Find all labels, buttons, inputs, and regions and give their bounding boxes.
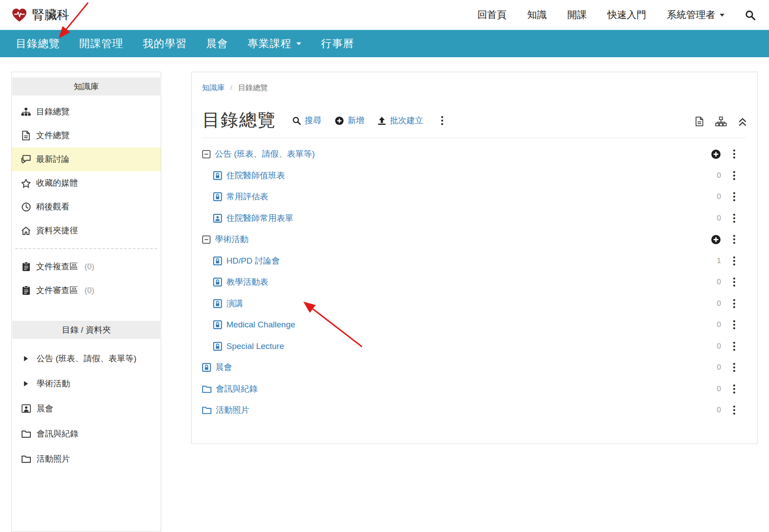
top-nav-knowledge[interactable]: 知識 bbox=[527, 8, 547, 22]
main-navbar: 目錄總覽 開課管理 我的學習 晨會 專業課程 行事曆 bbox=[0, 30, 769, 57]
item-count: 0 bbox=[706, 299, 721, 308]
search-icon bbox=[292, 116, 301, 125]
sidebar-folder-label: 晨會 bbox=[37, 403, 53, 415]
tree-group-link[interactable]: 公告 (班表、請假、表單等) bbox=[215, 148, 315, 160]
locked-item-icon bbox=[213, 192, 222, 201]
tree-group-link[interactable]: 學術活動 bbox=[215, 234, 248, 245]
navbar-morning-meeting[interactable]: 晨會 bbox=[196, 30, 238, 57]
sidebar-folder-academic-activities[interactable]: 學術活動 bbox=[12, 371, 161, 396]
tree-row: 教學活動表 0 bbox=[202, 272, 739, 293]
tree-item-link[interactable]: Medical Challenge bbox=[226, 320, 295, 330]
sidebar-item-document-overview[interactable]: 文件總覽 bbox=[12, 124, 161, 147]
locked-item-icon bbox=[213, 278, 222, 286]
breadcrumb-root-link[interactable]: 知識庫 bbox=[202, 84, 225, 92]
search-button[interactable]: 搜尋 bbox=[292, 115, 322, 126]
row-kebab-menu[interactable] bbox=[730, 341, 739, 351]
row-kebab-menu[interactable] bbox=[730, 299, 739, 308]
title-actions: 搜尋 新增 批次建立 bbox=[292, 115, 446, 130]
row-kebab-menu[interactable] bbox=[730, 171, 739, 180]
item-count: 0 bbox=[706, 320, 721, 329]
tree-item-link[interactable]: 會訊與紀錄 bbox=[216, 383, 258, 395]
item-count: (0) bbox=[85, 262, 94, 272]
collapse-minus-icon[interactable] bbox=[202, 235, 211, 244]
page-title: 目錄總覽 bbox=[202, 110, 276, 130]
brand-title: 腎臟科 bbox=[32, 7, 69, 23]
card-person-icon bbox=[21, 404, 31, 413]
tree-item-link[interactable]: Special Lecture bbox=[226, 341, 284, 351]
tree-view-icon[interactable] bbox=[715, 117, 727, 126]
locked-item-icon bbox=[202, 363, 211, 372]
add-item-button[interactable] bbox=[706, 149, 721, 159]
tree-item-link[interactable]: 常用評估表 bbox=[226, 191, 268, 202]
sidebar-item-watch-later[interactable]: 稍後觀看 bbox=[12, 195, 161, 219]
sidebar-folder-activity-photos[interactable]: 活動照片 bbox=[12, 446, 161, 471]
row-kebab-menu[interactable] bbox=[730, 256, 739, 266]
row-kebab-menu[interactable] bbox=[730, 149, 739, 159]
item-count: 0 bbox=[706, 214, 721, 223]
row-kebab-menu[interactable] bbox=[730, 235, 739, 244]
view-toolbar bbox=[695, 117, 747, 130]
navbar-professional-courses[interactable]: 專業課程 bbox=[238, 30, 311, 57]
sidebar-item-catalog-overview[interactable]: 目錄總覽 bbox=[12, 100, 161, 124]
top-nav-admin-menu[interactable]: 系統管理者 bbox=[667, 8, 725, 22]
folder-icon bbox=[202, 406, 211, 414]
sidebar-item-latest-discussions[interactable]: 最新討論 bbox=[12, 147, 161, 171]
locked-item-icon bbox=[213, 342, 222, 351]
sidebar-section-folders-title: 目錄 / 資料夾 bbox=[12, 321, 160, 339]
tree-item-link[interactable]: 教學活動表 bbox=[226, 276, 268, 288]
sidebar-item-folder-shortcuts[interactable]: 資料夾捷徑 bbox=[12, 219, 161, 242]
item-count: 0 bbox=[706, 406, 721, 415]
sidebar-folder-morning-meeting[interactable]: 晨會 bbox=[12, 396, 161, 421]
navbar-my-learning[interactable]: 我的學習 bbox=[133, 30, 196, 57]
tree-row: 住院醫師值班表 0 bbox=[202, 165, 739, 187]
sidebar-folder-label: 公告 (班表、請假、表單等) bbox=[37, 353, 137, 364]
app-brand[interactable]: 腎臟科 bbox=[11, 7, 69, 23]
locked-item-icon bbox=[213, 320, 222, 329]
collapse-all-icon[interactable] bbox=[739, 118, 747, 126]
search-icon[interactable] bbox=[745, 10, 756, 21]
tree-item-link[interactable]: 晨會 bbox=[215, 362, 232, 373]
tree-item-link[interactable]: 住院醫師值班表 bbox=[226, 170, 285, 181]
navbar-course-management[interactable]: 開課管理 bbox=[70, 30, 133, 57]
item-count: 0 bbox=[706, 171, 721, 180]
sidebar-divider bbox=[15, 248, 157, 249]
folder-icon bbox=[21, 455, 31, 463]
tree-item-link-hdpd[interactable]: HD/PD 討論會 bbox=[226, 255, 280, 267]
tree-item-link[interactable]: 住院醫師常用表單 bbox=[226, 213, 293, 224]
plus-circle-icon bbox=[335, 116, 344, 125]
clipboard-icon bbox=[21, 286, 31, 295]
row-kebab-menu[interactable] bbox=[730, 384, 739, 394]
star-icon bbox=[21, 179, 31, 188]
item-count: 1 bbox=[706, 257, 721, 265]
sidebar-item-favorite-media[interactable]: 收藏的媒體 bbox=[12, 171, 161, 195]
item-count: 0 bbox=[706, 278, 721, 286]
row-kebab-menu[interactable] bbox=[730, 405, 739, 415]
title-kebab-menu[interactable] bbox=[438, 116, 446, 125]
row-kebab-menu[interactable] bbox=[730, 320, 739, 330]
tree-item-link[interactable]: 演講 bbox=[226, 298, 243, 309]
top-nav-courses[interactable]: 開課 bbox=[567, 8, 587, 22]
item-count: (0) bbox=[85, 286, 94, 295]
top-nav-home[interactable]: 回首頁 bbox=[477, 8, 507, 22]
add-item-button[interactable] bbox=[706, 235, 721, 245]
row-kebab-menu[interactable] bbox=[730, 363, 739, 372]
main-content: 知識庫 / 目錄總覽 目錄總覽 搜尋 bbox=[191, 72, 758, 444]
sidebar-section-knowledge-title: 知識庫 bbox=[12, 77, 160, 95]
add-button[interactable]: 新增 bbox=[335, 115, 364, 126]
sidebar-item-document-review[interactable]: 文件審查區 (0) bbox=[12, 279, 161, 302]
top-nav-quickstart[interactable]: 快速入門 bbox=[607, 8, 646, 22]
document-view-icon[interactable] bbox=[695, 117, 703, 126]
navbar-calendar[interactable]: 行事曆 bbox=[311, 30, 364, 57]
sidebar-item-document-recheck[interactable]: 文件複查區 (0) bbox=[12, 255, 161, 279]
row-kebab-menu[interactable] bbox=[730, 213, 739, 223]
sidebar-folder-newsletter-records[interactable]: 會訊與紀錄 bbox=[12, 421, 161, 446]
batch-create-button[interactable]: 批次建立 bbox=[377, 115, 423, 126]
tree-item-link[interactable]: 活動照片 bbox=[216, 404, 249, 416]
sidebar-folder-announcements[interactable]: 公告 (班表、請假、表單等) bbox=[12, 346, 161, 371]
locked-item-icon bbox=[213, 257, 222, 265]
row-kebab-menu[interactable] bbox=[730, 277, 739, 287]
sidebar-folder-label: 活動照片 bbox=[37, 453, 70, 465]
collapse-minus-icon[interactable] bbox=[202, 150, 211, 158]
row-kebab-menu[interactable] bbox=[730, 192, 739, 202]
navbar-catalog-overview[interactable]: 目錄總覽 bbox=[6, 30, 70, 57]
